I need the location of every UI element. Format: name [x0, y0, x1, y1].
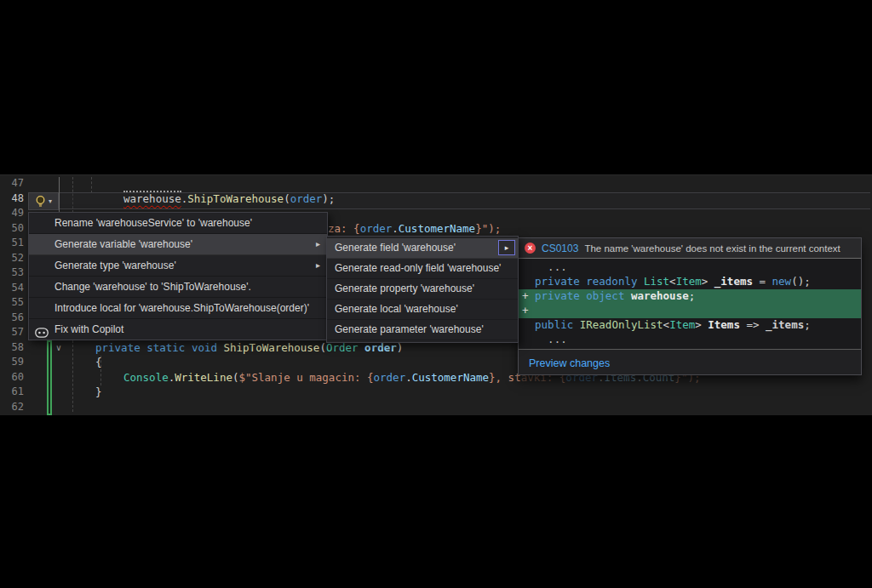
submenu-item-label: Generate property 'warehouse': [335, 283, 474, 294]
preview-pane-footer: Preview changes: [519, 350, 861, 374]
code-token: warehouse: [123, 191, 181, 205]
menu-item-label: Rename 'warehouseService' to 'warehouse': [54, 217, 252, 229]
code-token: ();: [791, 275, 811, 288]
menu-item-label: Generate variable 'warehouse': [54, 238, 192, 250]
menu-item-label: Generate type 'warehouse': [54, 260, 176, 271]
line-number: 47: [2, 177, 24, 192]
code-token: (: [319, 341, 326, 354]
code-token: }: [95, 385, 102, 398]
line-number: 57: [2, 326, 24, 341]
code-token: ;: [804, 318, 811, 331]
code-token: CustomerName: [412, 371, 489, 384]
code-token: }: [475, 222, 482, 235]
code-token: >: [695, 318, 708, 331]
menu-item-label: Fix with Copilot: [54, 323, 123, 335]
menu-item[interactable]: Generate type 'warehouse'▸: [29, 255, 327, 277]
code-token: [522, 275, 535, 288]
code-token: $": [238, 371, 251, 384]
submenu-item[interactable]: Generate parameter 'warehouse': [327, 320, 518, 340]
fold-chevron-icon[interactable]: ∨: [53, 340, 65, 355]
submenu-item[interactable]: Generate read-only field 'warehouse': [327, 259, 518, 279]
menu-item[interactable]: Introduce local for 'warehouse.ShipToWar…: [29, 298, 327, 319]
line-number: 55: [2, 296, 24, 311]
code-token: ");: [482, 222, 502, 235]
submenu-item-label: Generate field 'warehouse': [335, 242, 456, 254]
code-token: order: [290, 192, 323, 205]
quick-actions-button[interactable]: ▾: [28, 192, 59, 210]
code-token: );: [322, 192, 335, 205]
code-token: .: [392, 222, 399, 235]
copilot-icon: [35, 324, 49, 345]
line-number: 59: [2, 356, 24, 371]
preview-code-line: private readonly List<Item> _items = new…: [519, 275, 861, 289]
code-token: +: [522, 289, 535, 302]
code-token: public: [535, 318, 580, 331]
submenu-item[interactable]: Generate field 'warehouse'▸: [327, 238, 518, 259]
menu-item[interactable]: Generate variable 'warehouse'▸: [29, 234, 327, 255]
code-token: [522, 318, 535, 331]
indent-guide: [91, 177, 92, 193]
code-token: .: [405, 371, 412, 384]
lightbulb-icon: [35, 195, 46, 208]
line-number: 61: [2, 385, 24, 401]
code-line: }: [95, 385, 102, 401]
line-number: 52: [2, 252, 24, 267]
submenu-item-label: Generate parameter 'warehouse': [335, 323, 484, 335]
preview-pane: × CS0103 The name 'warehouse' does not e…: [518, 237, 862, 375]
preview-code: ... private readonly List<Item> _items =…: [519, 259, 861, 350]
code-token: =>: [740, 318, 766, 331]
code-token: private object: [535, 289, 631, 302]
preview-code-line: ...: [519, 260, 861, 275]
menu-item[interactable]: Rename 'warehouseService' to 'warehouse': [29, 213, 327, 234]
code-line: za: {order.CustomerName}");: [328, 222, 501, 237]
generate-submenu: Generate field 'warehouse'▸Generate read…: [326, 236, 519, 343]
code-token: ShipToWarehouse: [187, 192, 284, 205]
code-token: Item: [669, 318, 695, 331]
line-number: 62: [2, 401, 24, 416]
menu-item[interactable]: Fix with Copilot: [29, 319, 327, 340]
code-token: order: [374, 371, 406, 384]
preview-changes-link[interactable]: Preview changes: [529, 357, 610, 369]
code-token: =: [753, 275, 772, 288]
code-token: Slanje u magacin:: [252, 371, 367, 384]
code-token: za:: [328, 222, 353, 235]
code-token: Items: [708, 318, 740, 331]
code-token: WriteLine: [175, 371, 232, 384]
chevron-down-icon: ▾: [49, 197, 52, 205]
code-token: _items: [714, 275, 753, 288]
preview-code-line: +: [519, 304, 861, 318]
code-token: >: [702, 275, 714, 288]
line-number: 48: [2, 192, 24, 208]
submenu-expander-button[interactable]: ▸: [498, 240, 515, 255]
submenu-item[interactable]: Generate property 'warehouse': [327, 279, 518, 300]
code-token: new: [772, 275, 792, 288]
code-token: private static void: [95, 341, 224, 354]
indent-guide: [72, 336, 73, 412]
code-token: (: [284, 192, 290, 205]
code-token: _items: [766, 318, 804, 331]
line-number: 51: [2, 237, 24, 252]
change-tracking-bar: [47, 340, 52, 415]
code-token: private readonly: [535, 275, 644, 288]
submenu-arrow-icon: ▸: [316, 234, 320, 254]
diagnostic-header: × CS0103 The name 'warehouse' does not e…: [519, 238, 861, 259]
menu-item[interactable]: Change 'warehouse' to 'ShipToWarehouse'.: [29, 277, 327, 298]
code-token: {: [95, 356, 102, 368]
code-token: List: [644, 275, 669, 288]
code-token: ...: [522, 333, 567, 345]
code-token: }: [489, 371, 496, 384]
submenu-item-label: Generate local 'warehouse': [335, 303, 458, 315]
preview-code-line: public IReadOnlyList<Item> Items => _ite…: [519, 318, 861, 333]
menu-item-label: Introduce local for 'warehouse.ShipToWar…: [54, 302, 309, 314]
line-number: 49: [2, 207, 24, 222]
preview-code-line: + private object warehouse;: [519, 289, 861, 304]
submenu-item[interactable]: Generate local 'warehouse': [327, 300, 518, 320]
line-number: 60: [2, 371, 24, 386]
code-token: order: [360, 222, 393, 235]
line-number: 53: [2, 266, 24, 282]
submenu-arrow-icon: ▸: [316, 255, 320, 276]
code-token: +: [522, 304, 529, 317]
code-token: Item: [676, 275, 702, 288]
error-icon: ×: [525, 243, 536, 254]
code-token: <: [669, 275, 676, 288]
